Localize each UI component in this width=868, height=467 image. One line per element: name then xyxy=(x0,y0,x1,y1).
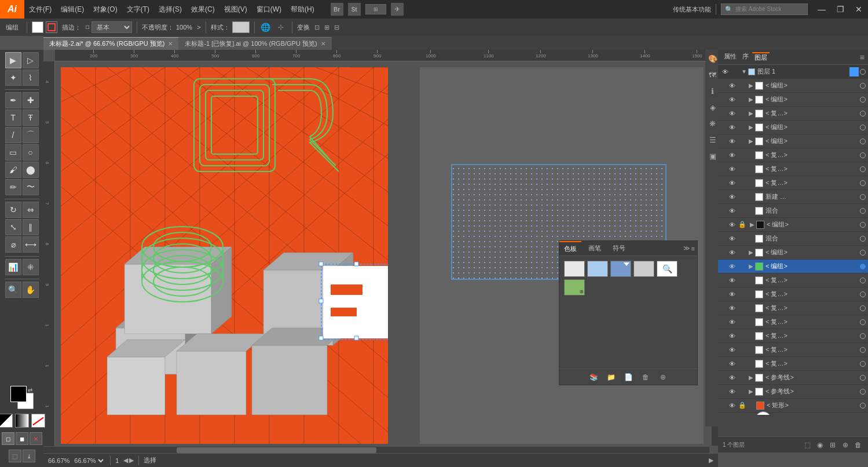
circle-23[interactable] xyxy=(860,389,866,395)
graphic-styles-icon[interactable]: ❋ xyxy=(706,117,719,130)
paintbrush-tool[interactable]: 🖌 xyxy=(5,162,21,178)
layers-sequence-tab[interactable]: 序 xyxy=(740,52,751,62)
prev-artboard-btn[interactable]: ◀ xyxy=(123,457,128,464)
share-icon[interactable]: ✈ xyxy=(391,3,404,16)
smooth-tool[interactable]: 〜 xyxy=(23,179,39,195)
layer-item-copy5[interactable]: 👁 < 复…> xyxy=(718,273,868,287)
layer-item-rect1[interactable]: 👁 🔒 < 矩形> xyxy=(718,399,868,413)
scale-tool[interactable]: ⤡ xyxy=(5,219,21,235)
zoom-tool[interactable]: 🔍 xyxy=(5,282,21,298)
panel-options-btn[interactable]: ⊕ xyxy=(657,371,669,384)
touch-type-tool[interactable]: Ŧ xyxy=(23,110,39,126)
eye-icon-3[interactable]: 👁 xyxy=(727,109,737,118)
horizontal-scroll-thumb[interactable] xyxy=(177,447,376,453)
menu-view[interactable]: 视图(V) xyxy=(219,0,252,19)
panel-expand-icon[interactable]: ≫ xyxy=(683,245,690,252)
expand-2[interactable]: ▶ xyxy=(747,96,755,104)
expand-23[interactable]: ▶ xyxy=(747,388,755,396)
layer-item-guideline1[interactable]: 👁 ▶ < 参考线> xyxy=(718,371,868,385)
circle-8[interactable] xyxy=(860,180,866,186)
expand-3[interactable]: ▶ xyxy=(747,110,755,118)
swatch-light-gray[interactable] xyxy=(564,261,585,277)
overprint-view-btn[interactable]: ✕ xyxy=(30,432,42,445)
layers-scroll-area[interactable]: 👁 ▶ < 编组> 👁 ▶ < 编组> 👁 ▶ < 复…> 👁 ▶ xyxy=(718,79,868,415)
navigator-icon[interactable]: 🗺 xyxy=(706,68,719,81)
eye-icon-9[interactable]: 👁 xyxy=(727,192,737,202)
stock-icon[interactable]: St xyxy=(348,3,361,16)
status-play-btn[interactable]: ▶ xyxy=(709,457,713,464)
shear-tool[interactable]: ∥ xyxy=(23,219,39,235)
expand-4[interactable]: ▶ xyxy=(747,123,755,132)
width-tool[interactable]: ⟷ xyxy=(23,236,39,253)
eye-icon-19[interactable]: 👁 xyxy=(727,331,737,341)
circle-9[interactable] xyxy=(860,194,866,200)
make-clip-mask-btn[interactable]: ⬚ xyxy=(802,440,812,450)
add-anchor-tool[interactable]: ✚ xyxy=(23,92,39,108)
eye-icon-13[interactable]: 👁 xyxy=(727,248,737,257)
layer-item-guideline2[interactable]: 👁 ▶ < 参考线> xyxy=(718,385,868,399)
eye-icon-7[interactable]: 👁 xyxy=(727,165,737,174)
eye-icon-16[interactable]: 👁 xyxy=(727,290,737,299)
expand-14[interactable]: ▶ xyxy=(747,262,755,271)
none-color-swatch[interactable] xyxy=(0,414,13,428)
gradient-swatch[interactable] xyxy=(15,414,29,428)
menu-text[interactable]: 文字(T) xyxy=(122,0,154,19)
lasso-tool[interactable]: ⌇ xyxy=(23,70,39,86)
layer-selection-circle[interactable] xyxy=(860,69,866,75)
layer-item-copy6[interactable]: 👁 < 复…> xyxy=(718,287,868,301)
circle-16[interactable] xyxy=(860,291,866,297)
swatch-blue-dropdown[interactable] xyxy=(610,261,631,277)
hand-tool[interactable]: ✋ xyxy=(23,282,39,298)
info-icon[interactable]: ℹ xyxy=(706,85,719,97)
circle-13[interactable] xyxy=(860,250,866,256)
eye-icon-10[interactable]: 👁 xyxy=(727,206,737,216)
menu-edit[interactable]: 编辑(E) xyxy=(56,0,89,19)
circle-19[interactable] xyxy=(860,333,866,339)
column-graph-tool[interactable]: 📊 xyxy=(5,259,21,275)
eye-icon-6[interactable]: 👁 xyxy=(727,151,737,160)
layer-item-selected-group[interactable]: 👁 ▶ < 编组> xyxy=(718,260,868,273)
style-preview[interactable] xyxy=(232,21,250,33)
menu-help[interactable]: 帮助(H) xyxy=(286,0,319,19)
layer-item-copy8[interactable]: 👁 < 复…> xyxy=(718,315,868,329)
transform-icon[interactable]: ⊡ xyxy=(314,24,320,31)
symbol-sprayer-tool[interactable]: ⁜ xyxy=(23,259,39,275)
arc-tool[interactable]: ⌒ xyxy=(23,127,39,143)
layer-target-circle[interactable] xyxy=(849,67,859,76)
warp-tool[interactable]: ⌀ xyxy=(5,236,21,253)
zoom-select[interactable]: 66.67% 100% 50% xyxy=(72,457,105,465)
normal-view-btn[interactable]: ◻ xyxy=(2,432,14,445)
coordinate-icon[interactable]: 🌐 xyxy=(259,21,272,34)
circle-10[interactable] xyxy=(860,208,866,214)
layer-item-copy9[interactable]: 👁 < 复…> xyxy=(718,329,868,343)
swatch-library-btn[interactable]: 📚 xyxy=(587,371,600,384)
layer-item-group3[interactable]: 👁 ▶ < 编组> xyxy=(718,121,868,134)
circle-22[interactable] xyxy=(860,375,866,381)
eye-icon-1[interactable]: 👁 xyxy=(727,81,737,90)
circle-24[interactable] xyxy=(860,403,866,408)
preview-view-btn[interactable]: ◼ xyxy=(16,432,28,445)
eye-icon-12[interactable]: 👁 xyxy=(727,234,737,243)
eye-icon-14[interactable]: 👁 xyxy=(727,262,737,271)
circle-12[interactable] xyxy=(860,236,866,242)
layer-item-copy2[interactable]: 👁 < 复…> xyxy=(718,148,868,162)
circle-20[interactable] xyxy=(860,347,866,353)
opacity-more[interactable]: > xyxy=(197,24,200,31)
place-button[interactable]: ⤓ xyxy=(23,450,35,462)
circle-14[interactable] xyxy=(860,264,866,269)
eye-icon-23[interactable]: 👁 xyxy=(727,387,737,396)
horizontal-scrollbar[interactable] xyxy=(43,446,709,453)
transparency-icon[interactable]: ▣ xyxy=(706,149,719,162)
circle-6[interactable] xyxy=(860,152,866,158)
circle-15[interactable] xyxy=(860,278,866,283)
swatch-search[interactable]: 🔍 xyxy=(657,261,677,277)
artboard-1[interactable] xyxy=(61,67,388,444)
circle-5[interactable] xyxy=(860,138,866,144)
pattern-icon[interactable]: ☰ xyxy=(706,133,719,146)
layer-item-copy7[interactable]: 👁 < 复…> xyxy=(718,301,868,315)
delete-layer-btn[interactable]: 🗑 xyxy=(853,440,863,450)
minimize-button[interactable]: — xyxy=(812,0,831,19)
panel-menu-icon[interactable]: ≡ xyxy=(691,245,695,252)
expand-22[interactable]: ▶ xyxy=(747,374,755,382)
layer-item-copy11[interactable]: 👁 < 复…> xyxy=(718,357,868,371)
